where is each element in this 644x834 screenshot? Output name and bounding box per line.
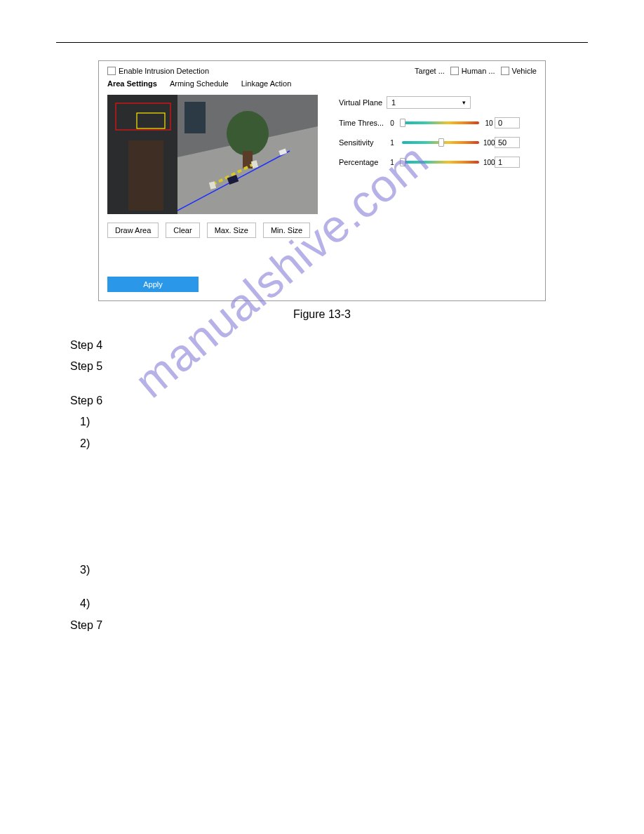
percentage-row: Percentage 1 100	[339, 157, 520, 168]
tab-linkage-action[interactable]: Linkage Action	[241, 79, 292, 88]
settings-panel: Enable Intrusion Detection Target ... Hu…	[98, 60, 546, 301]
time-input[interactable]	[495, 117, 520, 128]
clear-button[interactable]: Clear	[166, 223, 199, 238]
time-threshold-row: Time Thres... 0 10	[339, 117, 520, 128]
percentage-label: Percentage	[339, 158, 387, 166]
svg-rect-5	[185, 102, 206, 133]
header-divider	[56, 42, 588, 43]
steps-block: Step 4 Step 5 Step 6 1) 2) 3) 4) Step 7	[56, 335, 588, 636]
human-checkbox[interactable]	[450, 67, 459, 75]
min-size-button[interactable]: Min. Size	[263, 223, 310, 238]
virtual-plane-row: Virtual Plane 1 ▾	[339, 96, 520, 109]
preview-buttons: Draw Area Clear Max. Size Min. Size	[107, 223, 318, 238]
step-4: Step 4	[70, 335, 588, 356]
panel-top-row: Enable Intrusion Detection Target ... Hu…	[107, 67, 537, 75]
step-6-2: 2)	[70, 433, 588, 454]
perc-min: 1	[387, 159, 398, 166]
percentage-input[interactable]	[495, 157, 520, 168]
svg-point-6	[227, 111, 269, 156]
sensitivity-slider[interactable]	[402, 141, 479, 144]
left-column: Draw Area Clear Max. Size Min. Size Appl…	[107, 95, 318, 292]
vehicle-label: Vehicle	[512, 67, 537, 75]
time-max: 10	[483, 119, 495, 127]
virtual-plane-dropdown[interactable]: 1 ▾	[387, 96, 471, 109]
virtual-plane-label: Virtual Plane	[339, 98, 387, 107]
step-6-4: 4)	[70, 593, 588, 614]
time-slider-thumb[interactable]	[400, 119, 405, 127]
sensitivity-slider-thumb[interactable]	[438, 138, 444, 147]
chevron-down-icon: ▾	[462, 99, 466, 106]
max-size-button[interactable]: Max. Size	[207, 223, 256, 238]
step-6-1: 1)	[70, 411, 588, 432]
tab-arming-schedule[interactable]: Arming Schedule	[170, 79, 229, 88]
right-column: Virtual Plane 1 ▾ Time Thres... 0 10	[339, 96, 520, 292]
step-7: Step 7	[70, 615, 588, 636]
step-5: Step 5	[70, 356, 588, 377]
sensitivity-label: Sensitivity	[339, 138, 387, 147]
tab-bar: Area Settings Arming Schedule Linkage Ac…	[107, 79, 537, 88]
figure-caption: Figure 13-3	[56, 308, 588, 321]
sens-max: 100	[483, 139, 495, 147]
percentage-slider-thumb[interactable]	[400, 158, 405, 166]
video-preview[interactable]	[107, 95, 318, 214]
step-6-3: 3)	[70, 560, 588, 581]
tab-area-settings[interactable]: Area Settings	[107, 79, 157, 88]
step-6: Step 6	[70, 390, 588, 411]
sensitivity-input[interactable]	[495, 137, 520, 148]
target-label: Target ...	[415, 67, 445, 75]
svg-rect-4	[128, 140, 163, 211]
virtual-plane-value: 1	[391, 98, 396, 107]
apply-button[interactable]: Apply	[107, 277, 199, 292]
vehicle-checkbox[interactable]	[501, 67, 509, 75]
time-slider[interactable]	[402, 121, 479, 124]
target-group: Target ... Human ... Vehicle	[415, 67, 537, 75]
sensitivity-row: Sensitivity 1 100	[339, 137, 520, 148]
sens-min: 1	[387, 139, 398, 147]
perc-max: 100	[483, 159, 495, 166]
human-label: Human ...	[462, 67, 495, 75]
percentage-slider[interactable]	[402, 161, 479, 164]
enable-checkbox[interactable]	[107, 67, 116, 75]
panel-body: Draw Area Clear Max. Size Min. Size Appl…	[107, 95, 537, 292]
draw-area-button[interactable]: Draw Area	[107, 223, 159, 238]
enable-label: Enable Intrusion Detection	[119, 67, 209, 75]
time-threshold-label: Time Thres...	[339, 119, 387, 127]
time-min: 0	[387, 119, 398, 127]
